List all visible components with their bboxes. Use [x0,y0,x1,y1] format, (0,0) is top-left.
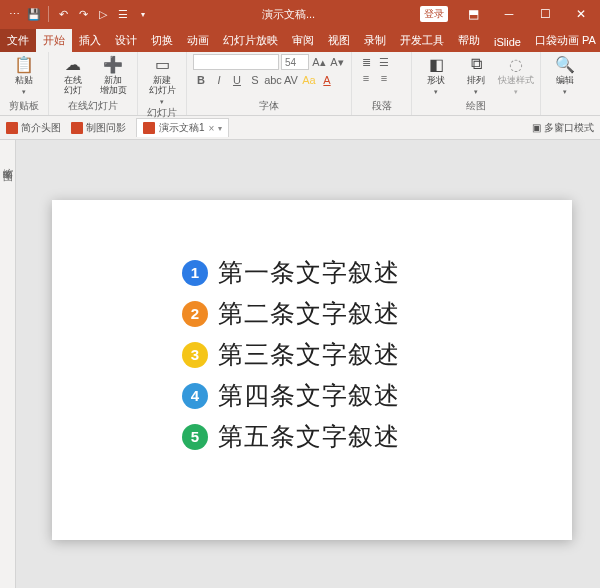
group-label: 绘图 [418,99,534,115]
chevron-down-icon: ▾ [22,88,26,96]
italic-icon[interactable]: I [211,72,227,88]
font-name-combo[interactable] [193,54,279,70]
subbar-item[interactable]: 简介头图 [6,121,61,135]
subbar-item[interactable]: 制图问影 [71,121,126,135]
document-tab[interactable]: 演示文稿1 × ▾ [136,118,229,137]
font-color-icon[interactable]: A [319,72,335,88]
bullet-text: 第一条文字叙述 [218,256,400,289]
bullet-text: 第五条文字叙述 [218,420,400,453]
tab-help[interactable]: 帮助 [451,29,487,52]
slideshow-start-icon[interactable]: ▷ [95,6,111,22]
slide[interactable]: 1 第一条文字叙述 2 第二条文字叙述 3 第三条文字叙述 4 第四条文字叙述 … [52,200,572,540]
paste-icon: 📋 [14,54,34,74]
maximize-button[interactable]: ☐ [528,0,562,28]
group-label: 在线幻灯片 [55,99,131,115]
shadow-icon[interactable]: abc [265,72,281,88]
ppt-icon [71,122,83,134]
close-button[interactable]: ✕ [564,0,598,28]
number-badge: 5 [182,424,208,450]
online-slides-button[interactable]: ☁ 在线幻灯 [55,54,91,96]
group-editing: 🔍 编辑 ▾ [541,52,589,115]
document-tab-label: 演示文稿1 [159,121,205,135]
number-badge: 1 [182,260,208,286]
bold-icon[interactable]: B [193,72,209,88]
tab-insert[interactable]: 插入 [72,29,108,52]
undo-icon[interactable]: ↶ [55,6,71,22]
underline-icon[interactable]: U [229,72,245,88]
numbering-icon[interactable]: ☰ [376,54,392,70]
quick-access-toolbar: ⋯ 💾 ↶ ↷ ▷ ☰ ▾ [0,6,157,22]
group-label: 剪贴板 [6,99,42,115]
styles-icon: ◌ [506,54,526,74]
align-center-icon[interactable]: ≡ [376,70,392,86]
tab-slideshow[interactable]: 幻灯片放映 [216,29,285,52]
chevron-down-icon: ▾ [434,88,438,96]
cloud-icon: ☁ [63,54,83,74]
spacing-icon[interactable]: AV [283,72,299,88]
find-icon: 🔍 [555,54,575,74]
close-tab-icon[interactable]: × [209,123,215,134]
tab-design[interactable]: 设计 [108,29,144,52]
tab-home[interactable]: 开始 [36,29,72,52]
tab-animations[interactable]: 动画 [180,29,216,52]
title-bar: ⋯ 💾 ↶ ↷ ▷ ☰ ▾ 演示文稿... 登录 ⬒ ─ ☐ ✕ [0,0,600,28]
grow-font-icon[interactable]: A▴ [311,54,327,70]
redo-icon[interactable]: ↷ [75,6,91,22]
list-item: 4 第四条文字叙述 [182,379,552,412]
qat-dropdown-icon[interactable]: ▾ [135,6,151,22]
tab-extra-0[interactable]: iSlide [487,32,528,52]
highlight-icon[interactable]: Aa [301,72,317,88]
slide-canvas-area[interactable]: 1 第一条文字叙述 2 第二条文字叙述 3 第三条文字叙述 4 第四条文字叙述 … [16,140,600,588]
paste-button[interactable]: 📋 粘贴 ▾ [6,54,42,96]
multi-window-button[interactable]: ▣多窗口模式 [532,121,594,135]
font-size-combo[interactable]: 54 [281,54,309,70]
new-slide-button[interactable]: ▭ 新建幻灯片 ▾ [144,54,180,106]
quick-styles-button[interactable]: ◌ 快速样式 ▾ [498,54,534,96]
arrange-icon: ⧉ [466,54,486,74]
group-drawing: ◧ 形状 ▾ ⧉ 排列 ▾ ◌ 快速样式 ▾ 绘图 [412,52,541,115]
chevron-down-icon: ▾ [160,98,164,106]
list-item: 1 第一条文字叙述 [182,256,552,289]
bullets-icon[interactable]: ≣ [358,54,374,70]
chevron-down-icon: ▾ [474,88,478,96]
windows-icon: ▣ [532,122,541,133]
ribbon-options-icon[interactable]: ⬒ [456,0,490,28]
group-online-slides: ☁ 在线幻灯 ➕ 新加增加页 在线幻灯片 [49,52,138,115]
strike-icon[interactable]: S [247,72,263,88]
number-badge: 4 [182,383,208,409]
window-title: 演示文稿... [157,7,420,22]
shapes-button[interactable]: ◧ 形状 ▾ [418,54,454,96]
overflow-icon[interactable]: ⋯ [6,6,22,22]
tab-review[interactable]: 审阅 [285,29,321,52]
ppt-icon [6,122,18,134]
ribbon-tabs: 文件 开始 插入 设计 切换 动画 幻灯片放映 审阅 视图 录制 开发工具 帮助… [0,28,600,52]
group-clipboard: 📋 粘贴 ▾ 剪贴板 [0,52,49,115]
ribbon: 📋 粘贴 ▾ 剪贴板 ☁ 在线幻灯 ➕ 新加增加页 在线幻灯片 ▭ 新建幻灯片 [0,52,600,116]
number-badge: 3 [182,342,208,368]
thumbnail-panel-collapsed[interactable]: 缩略图 [0,140,16,588]
save-icon[interactable]: 💾 [26,6,42,22]
new-slide-icon: ▭ [152,54,172,74]
login-button[interactable]: 登录 [420,6,448,22]
tab-options-icon[interactable]: ▾ [218,124,222,133]
group-slides: ▭ 新建幻灯片 ▾ 幻灯片 [138,52,187,115]
tab-record[interactable]: 录制 [357,29,393,52]
touch-mode-icon[interactable]: ☰ [115,6,131,22]
list-item: 5 第五条文字叙述 [182,420,552,453]
tab-view[interactable]: 视图 [321,29,357,52]
tab-developer[interactable]: 开发工具 [393,29,451,52]
group-label: 段落 [358,99,405,115]
arrange-button[interactable]: ⧉ 排列 ▾ [458,54,494,96]
shrink-font-icon[interactable]: A▾ [329,54,345,70]
tab-transitions[interactable]: 切换 [144,29,180,52]
tab-file[interactable]: 文件 [0,29,36,52]
editing-button[interactable]: 🔍 编辑 ▾ [547,54,583,96]
minimize-button[interactable]: ─ [492,0,526,28]
number-badge: 2 [182,301,208,327]
tab-extra-1[interactable]: 口袋动画 PA [528,29,600,52]
align-left-icon[interactable]: ≡ [358,70,374,86]
ppt-icon [143,122,155,134]
group-label: 字体 [193,99,345,115]
add-page-button[interactable]: ➕ 新加增加页 [95,54,131,96]
chevron-down-icon: ▾ [563,88,567,96]
